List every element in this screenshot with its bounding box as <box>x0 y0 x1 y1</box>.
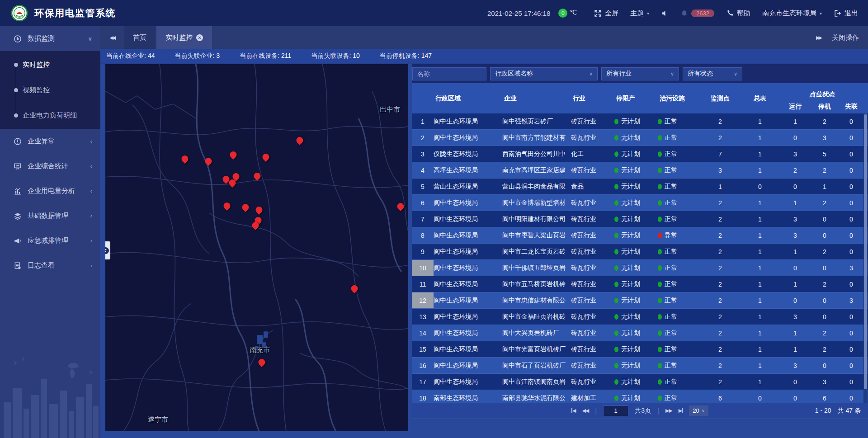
sidebar-subitem-0[interactable]: 实时监控 <box>0 52 100 77</box>
row-index: 12 <box>412 292 434 308</box>
sidebar-item-1[interactable]: 企业异常‹ <box>0 129 100 154</box>
table-row-2[interactable]: 2阆中生态环境局阆中市南方节能建材有砖瓦行业无计划正常21030 <box>412 130 868 146</box>
tab-label: 实时监控 <box>165 33 193 42</box>
table-row-17[interactable]: 17阆中生态环境局阆中市江南镇阆南页岩砖瓦行业无计划正常21030 <box>412 374 868 390</box>
sidebar-item-5[interactable]: 应急减排管理‹ <box>0 228 100 253</box>
close-operations-button[interactable]: 关闭操作 <box>832 33 859 42</box>
table-scrollbar[interactable] <box>863 113 868 403</box>
last-page-button[interactable]: ▶ <box>679 408 683 414</box>
table-row-16[interactable]: 16阆中生态环境局阆中市石子页岩机砖厂砖瓦行业无计划正常21300 <box>412 358 868 374</box>
stopped-cell: 2 <box>811 118 839 125</box>
status-select[interactable]: 所有状态 ∨ <box>683 67 742 80</box>
map-pin-4[interactable] <box>297 137 303 144</box>
table-row-5[interactable]: 5营山生态环境局营山县润丰肉食品有限食品无计划正常10010 <box>412 179 868 195</box>
table-row-9[interactable]: 9阆中生态环境局阆中市二龙长宝页岩砖砖瓦行业无计划正常21120 <box>412 244 868 260</box>
tabs-scroll-right-icon[interactable]: ▶▶ <box>816 35 821 41</box>
stopped-cell: 0 <box>811 362 839 369</box>
map-pin-2[interactable] <box>230 151 237 158</box>
tab-1[interactable]: 实时监控✕ <box>156 26 212 49</box>
industry-cell: 建材加工 <box>571 394 614 402</box>
sidebar-subitem-1[interactable]: 视频监控 <box>0 77 100 103</box>
region-select[interactable]: 行政区域名称 ∨ <box>490 67 598 80</box>
table-row-10[interactable]: 10阆中生态环境局阆中千佛镇五郎垭页岩砖瓦行业无计划正常21003 <box>412 260 868 276</box>
first-page-button[interactable]: ◀ <box>571 408 576 414</box>
running-cell: 3 <box>780 151 811 158</box>
limit-production-cell: 无计划 <box>614 248 658 256</box>
status-dot-green <box>658 314 662 320</box>
map-pin-10[interactable] <box>242 204 249 211</box>
table-row-18[interactable]: 18南部生态环境局南部县驰华水泥有限公建材加工无计划正常60060 <box>412 390 868 403</box>
monitor-points-cell: 2 <box>700 330 740 337</box>
tab-close-icon[interactable]: ✕ <box>196 34 203 41</box>
temperature-unit: ℃ <box>570 9 577 16</box>
map-pin-9[interactable] <box>224 203 231 209</box>
table-row-6[interactable]: 6阆中生态环境局阆中市金博瑞新型墙材砖瓦行业无计划正常21120 <box>412 195 868 211</box>
map-pin-15[interactable] <box>351 285 358 292</box>
monitor-points-cell: 1 <box>700 183 740 190</box>
industry-cell: 砖瓦行业 <box>571 297 614 305</box>
page-size-select[interactable]: 20 ∨ <box>689 405 708 416</box>
pollution-facility-cell: 正常 <box>658 313 700 321</box>
map-pin-16[interactable] <box>259 359 265 366</box>
map-pin-14[interactable] <box>397 203 404 210</box>
map-pin-7[interactable] <box>233 173 240 180</box>
notifications-button[interactable]: 2632 <box>680 9 714 17</box>
stats-bar: 当前在线企业:44当前失联企业:3当前在线设备:211当前失联设备:10当前停机… <box>100 49 868 64</box>
map-collapse-handle[interactable] <box>105 241 110 259</box>
prev-page-button[interactable]: ◀◀ <box>582 408 589 414</box>
theme-button[interactable]: 主题▾ <box>630 9 649 18</box>
tabs-scroll-left-icon[interactable]: ◀◀ <box>100 26 124 49</box>
table-row-15[interactable]: 15阆中生态环境局阆中市光富页岩机砖厂砖瓦行业无计划正常21120 <box>412 341 868 358</box>
app-title: 环保用电监管系统 <box>34 7 116 19</box>
stopped-cell: 2 <box>811 167 839 174</box>
sidebar-subitem-2[interactable]: 企业电力负荷明细 <box>0 103 100 128</box>
table-row-4[interactable]: 4高坪生态环境局南充市高坪区王家店建砖瓦行业无计划正常31220 <box>412 162 868 179</box>
page-number-input[interactable] <box>603 405 628 416</box>
tab-0[interactable]: 首页 <box>124 26 156 49</box>
industry-select[interactable]: 所有行业 ∨ <box>601 67 679 80</box>
map-pin-11[interactable] <box>255 207 262 213</box>
table-row-11[interactable]: 11阆中生态环境局阆中市五马桥页岩机砖砖瓦行业无计划正常21120 <box>412 276 868 292</box>
map-pin-8[interactable] <box>254 173 260 179</box>
map-pin-13[interactable] <box>252 222 259 229</box>
help-button[interactable]: 帮助 <box>726 9 750 18</box>
sidebar-item-4[interactable]: 基础数据管理‹ <box>0 203 100 228</box>
table-row-7[interactable]: 7阆中生态环境局阆中明阳建材有限公司砖瓦行业无计划正常21300 <box>412 211 868 227</box>
table-row-3[interactable]: 3仪陇生态环境局西南油气田分公司川中化工无计划正常71350 <box>412 146 868 162</box>
pollution-facility-cell: 正常 <box>658 345 700 353</box>
sidebar-item-6[interactable]: 日志查看‹ <box>0 253 100 278</box>
sidebar-item-0[interactable]: 数据监测∨ <box>0 26 100 51</box>
map-canvas[interactable] <box>105 64 408 431</box>
sidebar-item-3[interactable]: 企业用电量分析‹ <box>0 179 100 203</box>
table-row-14[interactable]: 14阆中生态环境局阆中大兴页岩机砖厂砖瓦行业无计划正常21120 <box>412 325 868 341</box>
company-cell: 阆中市江南镇阆南页岩 <box>502 378 571 386</box>
gauge-icon <box>14 35 22 43</box>
table-row-12[interactable]: 12阆中生态环境局阆中市忠信建材有限公砖瓦行业无计划正常21003 <box>412 292 868 309</box>
column-header-2: 行业 <box>571 83 614 113</box>
sidebar-item-label: 企业异常 <box>28 137 90 146</box>
mute-button[interactable] <box>661 9 669 17</box>
chevron-down-icon: ▾ <box>820 11 822 16</box>
table-row-13[interactable]: 13阆中生态环境局阆中市金福旺页岩机砖砖瓦行业无计划正常21300 <box>412 309 868 325</box>
fullscreen-button[interactable]: 全屏 <box>594 9 618 18</box>
status-dot-green <box>658 184 662 189</box>
table-row-8[interactable]: 8阆中生态环境局阆中市枣碧大梁山页岩砖瓦行业无计划异常21300 <box>412 227 868 244</box>
org-button[interactable]: 南充市生态环境局▾ <box>762 9 822 18</box>
row-index: 1 <box>412 113 434 129</box>
disconnected-cell: 0 <box>839 167 864 174</box>
scrollbar-thumb[interactable] <box>864 114 867 389</box>
status-dot-green <box>658 168 662 173</box>
logout-button[interactable]: 退出 <box>834 9 858 18</box>
map-panel[interactable]: 巴中市南充市遂宁市 <box>105 64 408 431</box>
chevron-down-icon: ∨ <box>88 35 92 42</box>
row-index: 2 <box>412 130 434 146</box>
layers-icon <box>14 212 22 220</box>
map-pin-1[interactable] <box>205 158 212 165</box>
table-row-1[interactable]: 1阆中生态环境局阆中强锐页岩砖厂砖瓦行业无计划正常21120 <box>412 113 868 130</box>
name-search-input[interactable] <box>412 67 486 80</box>
sidebar-item-2[interactable]: 企业综合统计‹ <box>0 154 100 179</box>
map-pin-3[interactable] <box>263 154 269 160</box>
map-pin-6[interactable] <box>229 179 236 186</box>
next-page-button[interactable]: ▶▶ <box>665 408 672 414</box>
map-pin-0[interactable] <box>181 155 188 162</box>
